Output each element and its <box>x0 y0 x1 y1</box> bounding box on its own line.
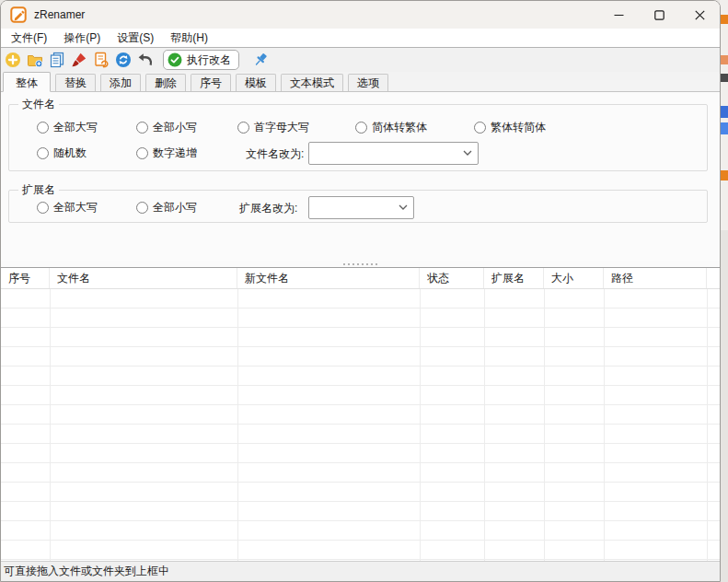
column-header-path[interactable]: 路径 <box>604 268 707 288</box>
sync-button[interactable] <box>115 52 132 68</box>
tab-options[interactable]: 选项 <box>348 74 388 91</box>
file-table-header: 序号 文件名 新文件名 状态 扩展名 大小 路径 <box>1 267 720 289</box>
close-icon <box>695 10 705 20</box>
radio-filename-random[interactable]: 随机数 <box>37 146 87 160</box>
titlebar: zRenamer <box>1 1 720 29</box>
status-text: 可直接拖入文件或文件夹到上框中 <box>4 564 169 579</box>
column-header-filename[interactable]: 文件名 <box>50 268 237 288</box>
filename-combobox[interactable] <box>308 142 479 165</box>
splitter-handle[interactable] <box>1 261 720 267</box>
radio-label: 繁体转简体 <box>491 120 546 135</box>
menu-file[interactable]: 文件(F) <box>3 29 55 47</box>
grid-line <box>484 289 485 561</box>
grid-line <box>544 289 545 561</box>
radio-label: 全部小写 <box>153 120 197 135</box>
tab-whole[interactable]: 整体 <box>3 72 51 92</box>
add-folder-icon <box>27 52 43 68</box>
tab-number[interactable]: 序号 <box>191 74 231 91</box>
grid-line <box>420 289 421 561</box>
radio-circle <box>136 122 148 134</box>
column-header-index[interactable]: 序号 <box>1 268 50 288</box>
copy-list-button[interactable] <box>49 52 65 68</box>
menu-settings[interactable]: 设置(S) <box>109 29 162 47</box>
radio-label: 全部大写 <box>53 200 98 215</box>
grid-line <box>707 289 708 561</box>
copy-list-icon <box>49 52 65 68</box>
undo-icon <box>137 52 154 68</box>
tab-template[interactable]: 模板 <box>236 74 276 91</box>
toolbar: 执行改名 <box>1 47 720 72</box>
execute-rename-label: 执行改名 <box>187 52 231 68</box>
filename-combo-label: 文件名改为: <box>246 142 304 166</box>
menu-operate[interactable]: 操作(P) <box>55 29 109 47</box>
column-header-size[interactable]: 大小 <box>544 268 604 288</box>
radio-circle <box>237 122 249 134</box>
tab-replace[interactable]: 替换 <box>55 74 96 91</box>
add-files-icon <box>5 52 21 68</box>
chevron-down-icon <box>393 204 413 211</box>
minimize-button[interactable] <box>598 1 639 29</box>
tab-text-mode[interactable]: 文本模式 <box>281 74 343 91</box>
filename-group-title: 文件名 <box>18 98 59 111</box>
radio-filename-simplified-to-traditional[interactable]: 简体转繁体 <box>355 121 427 134</box>
tab-strip: 整体 替换 添加 删除 序号 模板 文本模式 选项 <box>1 72 720 92</box>
grid-line <box>237 289 238 561</box>
radio-ext-uppercase[interactable]: 全部大写 <box>37 201 98 215</box>
file-list-drop-zone[interactable] <box>1 289 720 561</box>
tab-delete[interactable]: 删除 <box>145 74 186 91</box>
statusbar: 可直接拖入文件或文件夹到上框中 <box>1 561 720 581</box>
radio-filename-capitalize[interactable]: 首字母大写 <box>237 121 309 134</box>
add-files-button[interactable] <box>5 52 21 68</box>
radio-circle <box>136 202 148 214</box>
maximize-button[interactable] <box>639 1 679 29</box>
radio-circle <box>37 202 49 214</box>
column-header-new-filename[interactable]: 新文件名 <box>237 268 420 288</box>
radio-label: 首字母大写 <box>254 120 309 135</box>
extension-group-title: 扩展名 <box>18 183 59 197</box>
window-title: zRenamer <box>34 8 85 21</box>
radio-circle <box>37 122 49 134</box>
maximize-icon <box>654 10 664 20</box>
radio-filename-lowercase[interactable]: 全部小写 <box>136 121 197 134</box>
refresh-list-icon <box>93 52 110 68</box>
execute-check-icon <box>168 52 182 67</box>
radio-filename-uppercase[interactable]: 全部大写 <box>37 121 98 134</box>
radio-filename-increment[interactable]: 数字递增 <box>136 146 197 160</box>
undo-button[interactable] <box>137 52 154 68</box>
extension-combobox[interactable] <box>308 196 414 219</box>
radio-label: 数字递增 <box>153 146 197 161</box>
pin-window-button[interactable] <box>252 52 269 68</box>
radio-circle <box>355 122 367 134</box>
radio-circle <box>474 122 486 134</box>
tab-add[interactable]: 添加 <box>100 74 141 91</box>
extension-groupbox: 扩展名 全部大写 全部小写 扩展名改为: <box>8 190 708 223</box>
filename-groupbox: 文件名 全部大写 全部小写 首字母大写 简体转繁体 繁体转简体 <box>8 104 708 171</box>
grid-line <box>50 289 51 561</box>
column-header-extension[interactable]: 扩展名 <box>484 268 544 288</box>
column-header-status[interactable]: 状态 <box>420 268 484 288</box>
minimize-icon <box>614 10 624 20</box>
close-button[interactable] <box>679 1 720 29</box>
add-folder-button[interactable] <box>27 52 43 68</box>
radio-circle <box>37 147 49 159</box>
column-header-filler <box>707 268 720 288</box>
app-window: zRenamer 文件(F) 操作(P) 设置(S) 帮助(H) <box>0 0 721 582</box>
grid-line <box>604 289 605 561</box>
radio-filename-traditional-to-simplified[interactable]: 繁体转简体 <box>474 121 546 134</box>
app-icon <box>10 6 27 23</box>
radio-label: 全部大写 <box>53 120 98 135</box>
radio-circle <box>136 147 148 159</box>
menubar: 文件(F) 操作(P) 设置(S) 帮助(H) <box>1 29 720 47</box>
execute-rename-button[interactable]: 执行改名 <box>163 50 239 70</box>
radio-label: 简体转繁体 <box>372 120 427 135</box>
clean-list-button[interactable] <box>71 52 87 68</box>
radio-label: 全部小写 <box>153 200 197 215</box>
chevron-down-icon <box>457 150 478 157</box>
sync-icon <box>115 52 132 68</box>
menu-help[interactable]: 帮助(H) <box>162 29 216 47</box>
desktop-background-sliver <box>720 0 728 582</box>
refresh-list-button[interactable] <box>93 52 110 68</box>
extension-combo-label: 扩展名改为: <box>239 196 297 220</box>
tab-content-whole: 文件名 全部大写 全部小写 首字母大写 简体转繁体 繁体转简体 <box>1 92 720 261</box>
radio-ext-lowercase[interactable]: 全部小写 <box>136 201 197 215</box>
